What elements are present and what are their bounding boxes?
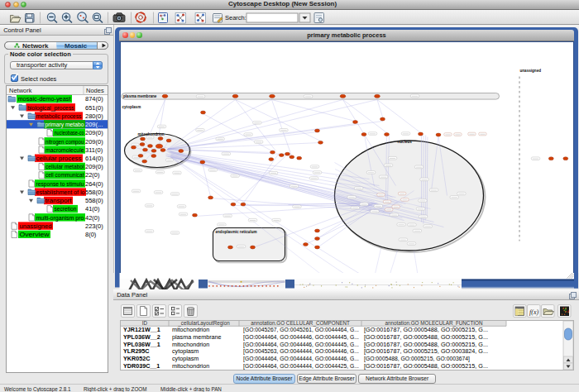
svg-text:[GO:0045263, GO:0044444, GO:00: [GO:0045263, GO:0044444, GO:0044446, G..… [243,347,359,355]
svg-text:nucleus: nucleus [397,139,412,143]
svg-text:mitochondrion: mitochondrion [172,362,209,370]
svg-text:YJR121W__1: YJR121W__1 [123,326,160,333]
svg-text:41(0): 41(0) [85,205,100,213]
svg-text:unassigned: unassigned [519,69,541,73]
svg-text:42(0): 42(0) [85,213,100,221]
svg-text:cytoplasm: cytoplasm [172,347,199,355]
svg-text:Network: Network [22,41,49,49]
svg-text:264(0): 264(0) [85,179,103,187]
svg-text:cell communicat: cell communicat [45,171,84,179]
svg-text:YDR039C__1: YDR039C__1 [123,362,160,370]
svg-text:[GO:0044464, GO:0044444, GO:00: [GO:0044464, GO:0044444, GO:0044425, G..… [243,362,359,370]
svg-text:209(0): 209(0) [85,163,103,170]
svg-text:[GO:0016787, GO:0005488, GO:00: [GO:0016787, GO:0005488, GO:0005215, G..… [364,341,488,348]
svg-text:614(0): 614(0) [85,154,103,161]
svg-text:response to stimulu: response to stimulu [36,179,84,187]
svg-text:YPL036W__2: YPL036W__2 [123,333,160,341]
svg-text:cytoplasm: cytoplasm [122,105,141,109]
svg-text:[GO:0016787, GO:0005488, GO:00: [GO:0016787, GO:0005488, GO:0005215, G..… [364,333,488,341]
svg-text:establishment of lo: establishment of lo [36,188,85,195]
svg-text:209(0): 209(0) [85,137,103,145]
svg-text:YLR295C: YLR295C [123,347,150,355]
svg-text:Overview: Overview [20,231,50,238]
svg-text:metabolic process: metabolic process [36,112,82,119]
svg-text:transport: transport [45,197,73,204]
svg-text:Nodes: Nodes [86,87,104,94]
svg-text:endoplasmic reticulum: endoplasmic reticulum [215,230,256,234]
svg-text:874(0): 874(0) [85,95,103,103]
svg-text:nitrogen compou: nitrogen compou [45,137,84,145]
svg-text:[GO:0016787, GO:0005488, GO:00: [GO:0016787, GO:0005488, GO:0005215, G..… [364,326,488,333]
svg-text:311(0): 311(0) [85,146,103,153]
svg-text:[GO:0016787, GO:0005488, GO:00: [GO:0016787, GO:0005488, GO:0005215, G..… [364,362,488,370]
svg-text:[GO:0005488, GO:0005215, GO:00: [GO:0005488, GO:0005215, GO:0003674] [364,355,470,362]
svg-text:Search:: Search: [225,14,246,22]
svg-text:YKR052C: YKR052C [123,355,150,362]
svg-text:plasma membrane: plasma membrane [123,93,157,98]
svg-text:multi-organism pro: multi-organism pro [36,213,84,221]
svg-text:secretion: secretion [55,205,77,213]
svg-text:[GO:0044464, GO:0044444, GO:00: [GO:0044464, GO:0044444, GO:0044446, G..… [243,355,359,362]
svg-text:nucleobase-co: nucleobase-co [55,129,84,136]
svg-text:[GO:0044464, GO:0044446, GO:00: [GO:0044464, GO:0044446, GO:0044445, G..… [243,333,359,341]
svg-text:558(0): 558(0) [85,188,103,195]
svg-text:biological_process: biological_process [27,103,74,111]
svg-text:mitochondrion: mitochondrion [172,341,209,348]
svg-text:cytoplasm: cytoplasm [172,355,199,362]
svg-text:22(0): 22(0) [85,171,100,179]
svg-text:[GO:0044464, GO:0044446, GO:00: [GO:0044464, GO:0044446, GO:0044445, G..… [243,341,359,348]
svg-text:223(0): 223(0) [85,222,103,229]
svg-text:558(0): 558(0) [85,197,103,204]
svg-text:[GO:0045267, GO:0045261, GO:00: [GO:0045267, GO:0045261, GO:0044464, G..… [243,326,359,333]
svg-text:cellular metabol: cellular metabol [45,163,84,170]
svg-text:8(0): 8(0) [85,231,97,238]
svg-text:cellular process: cellular process [36,154,82,161]
svg-text:209(...: 209(... [85,121,103,128]
svg-text:280(0): 280(0) [85,112,103,119]
svg-text:651(0): 651(0) [85,103,103,111]
svg-text:YPL036W__1: YPL036W__1 [123,341,160,348]
svg-text:[GO:0016787, GO:0005215, GO:00: [GO:0016787, GO:0005215, GO:0003824, G..… [364,347,488,355]
svg-text:209(0): 209(0) [85,129,103,136]
svg-text:mitochondrion: mitochondrion [172,326,209,333]
svg-text:primary metabo: primary metabo [45,121,84,128]
svg-text:f(x): f(x) [529,308,538,316]
svg-text:Network: Network [9,87,32,94]
svg-text:Mosaic: Mosaic [65,41,88,49]
svg-text:plasma membrane: plasma membrane [172,333,222,341]
svg-text:mosaic-demo-yeast: mosaic-demo-yeast [18,95,72,103]
svg-text:macromolecule: macromolecule [45,146,84,153]
svg-text:unassigned: unassigned [20,222,52,229]
